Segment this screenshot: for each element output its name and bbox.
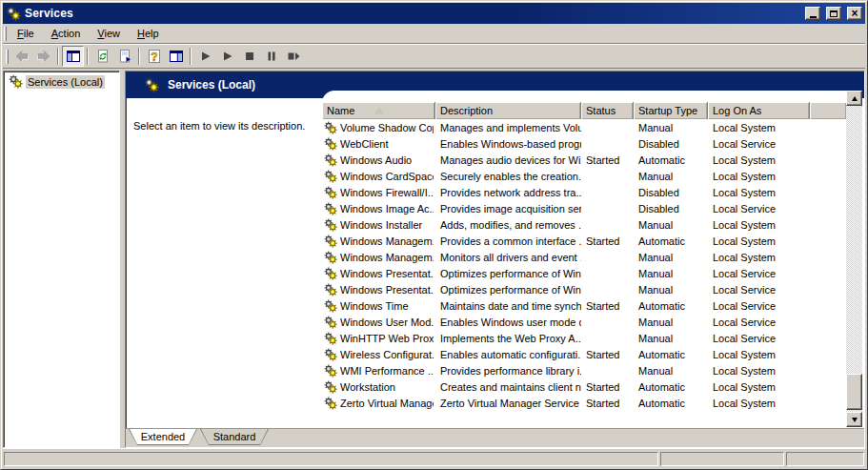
tab-label: Standard [201, 429, 268, 444]
table-row[interactable]: Windows Presentat...Optimizes performanc… [322, 281, 846, 297]
pause-service-icon [264, 49, 279, 64]
scroll-up-button[interactable] [846, 91, 862, 106]
column-header-startup-type[interactable]: Startup Type [634, 102, 708, 119]
toolbar-grip[interactable] [6, 50, 9, 64]
list-header: NameDescriptionStatusStartup TypeLog On … [322, 102, 846, 119]
services-gears-icon [144, 77, 159, 92]
table-row[interactable]: Zerto Virtual ManagerZerto Virtual Manag… [322, 395, 846, 411]
tab-standard[interactable]: Standard [200, 429, 269, 445]
menubar-grip[interactable] [4, 27, 7, 41]
service-startup-type-cell: Manual [634, 365, 708, 377]
description-hint: Select an item to view its description. [133, 120, 305, 132]
service-name: Windows Managem... [340, 235, 434, 247]
service-logon-cell: Local System [708, 187, 810, 198]
table-row[interactable]: Windows Presentat...Optimizes performanc… [322, 265, 846, 281]
window-title: Services [25, 7, 799, 20]
table-row[interactable]: Windows AudioManages audio devices for W… [322, 152, 846, 168]
service-logon-cell: Local System [708, 381, 810, 393]
service-gear-icon [324, 397, 337, 410]
minimize-icon [810, 16, 817, 18]
service-startup-type-cell: Automatic [634, 349, 708, 360]
column-header-description[interactable]: Description [435, 102, 581, 119]
service-name-cell: WMI Performance ... [322, 364, 435, 378]
table-row[interactable]: Windows TimeMaintains date and time sync… [322, 297, 846, 314]
table-row[interactable]: WMI Performance ...Provides performance … [322, 362, 846, 378]
service-startup-type-cell: Manual [634, 122, 708, 133]
table-row[interactable]: Windows Image Ac...Provides image acquis… [322, 200, 846, 216]
service-name-cell: Windows User Mod... [322, 316, 435, 329]
service-logon-cell: Local System [708, 398, 810, 409]
service-name-cell: WinHTTP Web Prox... [322, 332, 435, 345]
table-row[interactable]: Wireless Configurat...Enables automatic … [322, 346, 846, 362]
service-gear-icon [324, 202, 337, 215]
toolbar-forward-arrow-button[interactable] [32, 46, 54, 67]
service-status-cell: Started [581, 154, 634, 166]
service-name: Windows Managem... [340, 252, 434, 263]
console-tree-panel: Services (Local) [3, 71, 120, 448]
table-row[interactable]: WorkstationCreates and maintains client … [322, 378, 846, 395]
maximize-button[interactable] [826, 7, 841, 20]
toolbar-export-list-button[interactable] [113, 46, 135, 67]
toolbar-stop-service-button[interactable] [238, 46, 260, 67]
service-name: Windows Image Ac... [340, 203, 434, 215]
tab-extended[interactable]: Extended [129, 429, 197, 445]
table-row[interactable]: Windows CardSpaceSecurely enables the cr… [322, 168, 846, 184]
minimize-button[interactable] [805, 7, 820, 20]
column-header-status[interactable]: Status [581, 102, 634, 119]
service-name: WMI Performance ... [340, 365, 434, 377]
help-icon: ? [147, 49, 162, 64]
status-panel [4, 452, 658, 466]
toolbar-back-arrow-button[interactable] [10, 46, 32, 67]
service-description-cell: Provides network address tra... [435, 187, 581, 198]
service-description-cell: Creates and maintains client n... [435, 381, 581, 393]
table-row[interactable]: Windows Firewall/I...Provides network ad… [322, 184, 846, 200]
table-row[interactable]: Windows Managem...Monitors all drivers a… [322, 249, 846, 265]
toolbar-help-button[interactable]: ? [143, 46, 165, 67]
service-startup-type-cell: Automatic [634, 381, 708, 393]
toolbar-refresh-button[interactable] [91, 46, 113, 67]
scroll-down-button[interactable] [846, 412, 862, 427]
toolbar-buttons: ? [10, 46, 304, 67]
service-name: Windows Presentat... [340, 268, 434, 279]
title-bar[interactable]: Services × [3, 3, 865, 24]
toolbar-show-hide-action-pane-button[interactable] [165, 46, 187, 67]
toolbar-pause-service-button[interactable] [260, 46, 282, 67]
service-gear-icon [324, 137, 337, 151]
menu-file[interactable]: File [9, 25, 43, 42]
service-startup-type-cell: Manual [634, 268, 708, 279]
table-row[interactable]: Windows Managem...Provides a common inte… [322, 233, 846, 249]
service-name-cell: Windows Installer [322, 218, 435, 232]
table-row[interactable]: Windows User Mod...Enables Windows user … [322, 314, 846, 330]
scrollbar-thumb[interactable] [846, 374, 862, 410]
table-row[interactable]: WinHTTP Web Prox...Implements the Web Pr… [322, 330, 846, 346]
service-gear-icon [324, 186, 337, 199]
service-logon-cell: Local Service [708, 333, 810, 344]
resume-service-icon [220, 49, 235, 64]
toolbar-restart-service-button[interactable] [282, 46, 304, 67]
column-header-name[interactable]: Name [322, 102, 435, 119]
service-startup-type-cell: Automatic [634, 300, 708, 312]
menu-help[interactable]: Help [129, 25, 168, 42]
service-name: WebClient [340, 138, 389, 150]
service-name-cell: Windows Audio [322, 153, 435, 167]
toolbar-show-hide-console-tree-button[interactable] [62, 46, 84, 67]
close-button[interactable]: × [847, 7, 862, 20]
toolbar-start-service-button[interactable] [194, 46, 216, 67]
service-name: Windows User Mod... [340, 317, 434, 328]
menu-view[interactable]: View [89, 25, 129, 42]
column-header-log-on-as[interactable]: Log On As [708, 102, 810, 119]
service-name: Windows CardSpace [340, 171, 434, 182]
table-row[interactable]: Volume Shadow CopyManages and implements… [322, 119, 846, 135]
tree-item-services-local[interactable]: Services (Local) [6, 74, 117, 89]
service-description-cell: Implements the Web Proxy A... [435, 333, 581, 344]
service-name-cell: Wireless Configurat... [322, 348, 435, 361]
scrollbar-track[interactable] [846, 106, 862, 412]
table-row[interactable]: WebClientEnables Windows-based progr...D… [322, 135, 846, 152]
toolbar-resume-service-button[interactable] [216, 46, 238, 67]
vertical-scrollbar[interactable] [846, 91, 862, 427]
service-logon-cell: Local Service [708, 317, 810, 328]
table-row[interactable]: Windows InstallerAdds, modifies, and rem… [322, 216, 846, 233]
scroll-down-icon [852, 418, 858, 422]
sort-ascending-icon [375, 108, 383, 114]
menu-action[interactable]: Action [43, 25, 90, 42]
